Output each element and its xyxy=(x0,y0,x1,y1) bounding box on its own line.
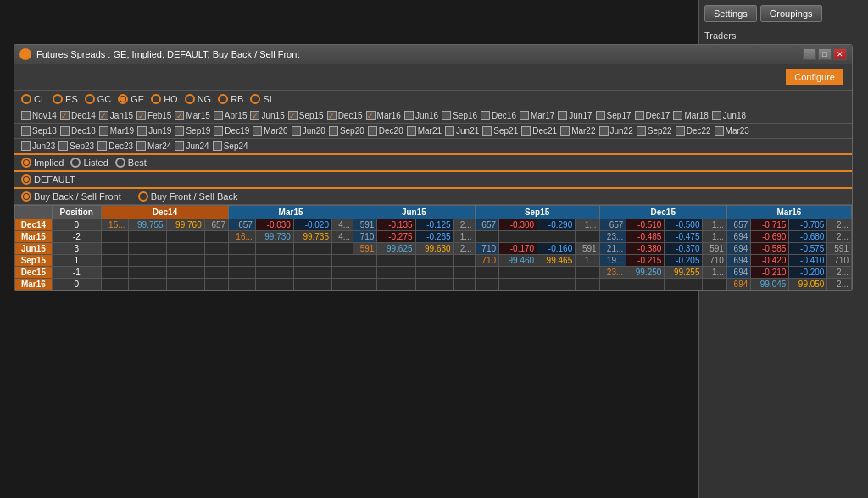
close-button[interactable]: ✕ xyxy=(833,48,847,60)
sep20-checkbox[interactable] xyxy=(329,126,338,136)
sep24-checkbox[interactable] xyxy=(213,141,222,151)
cb-sep20[interactable]: Sep20 xyxy=(329,126,364,136)
sep21-checkbox[interactable] xyxy=(482,126,492,136)
best-radio[interactable] xyxy=(115,158,125,168)
buy-back-radio[interactable] xyxy=(21,191,31,202)
listed-radio[interactable] xyxy=(70,158,81,168)
cb-jun21[interactable]: Jun21 xyxy=(445,126,479,136)
pricing-listed[interactable]: Listed xyxy=(70,158,108,168)
instrument-es[interactable]: ES xyxy=(53,94,78,104)
instrument-rb[interactable]: RB xyxy=(218,94,243,104)
cb-sep17[interactable]: Sep17 xyxy=(596,111,632,120)
default-radio-item[interactable]: DEFAULT xyxy=(21,174,75,185)
dec19-checkbox[interactable] xyxy=(214,126,223,136)
buy-front-radio[interactable] xyxy=(138,191,148,202)
cb-dec14[interactable]: Dec14 xyxy=(60,111,96,120)
implied-radio[interactable] xyxy=(21,158,31,168)
cb-dec19[interactable]: Dec19 xyxy=(214,126,249,136)
sep19-checkbox[interactable] xyxy=(175,126,184,136)
apr15-checkbox[interactable] xyxy=(214,111,223,120)
jun18-checkbox[interactable] xyxy=(712,111,721,120)
nov14-checkbox[interactable] xyxy=(21,111,31,120)
cb-dec18[interactable]: Dec18 xyxy=(60,126,96,136)
cb-mar24[interactable]: Mar24 xyxy=(136,141,171,151)
cb-dec20[interactable]: Dec20 xyxy=(368,126,403,136)
cb-jun20[interactable]: Jun20 xyxy=(292,126,326,136)
dec15-checkbox[interactable] xyxy=(327,111,337,120)
cb-sep15[interactable]: Sep15 xyxy=(288,111,324,120)
cb-dec16[interactable]: Dec16 xyxy=(481,111,516,120)
mar18-checkbox[interactable] xyxy=(673,111,682,120)
mar21-checkbox[interactable] xyxy=(407,126,416,136)
cb-mar21[interactable]: Mar21 xyxy=(407,126,442,136)
mar23-checkbox[interactable] xyxy=(715,126,724,136)
cb-sep24[interactable]: Sep24 xyxy=(213,141,248,151)
cb-jun18[interactable]: Jun18 xyxy=(712,111,746,120)
cb-mar20[interactable]: Mar20 xyxy=(253,126,287,136)
cb-jan15[interactable]: Jan15 xyxy=(99,111,133,120)
cb-apr15[interactable]: Apr15 xyxy=(214,111,248,120)
jun24-checkbox[interactable] xyxy=(175,141,184,151)
cb-dec15[interactable]: Dec15 xyxy=(327,111,363,120)
cb-mar15[interactable]: Mar15 xyxy=(175,111,209,120)
jun19-checkbox[interactable] xyxy=(137,126,147,136)
cb-dec21[interactable]: Dec21 xyxy=(521,126,557,136)
sep18-checkbox[interactable] xyxy=(21,126,31,136)
instrument-ho[interactable]: HO xyxy=(151,94,178,104)
maximize-button[interactable]: □ xyxy=(818,48,832,60)
dec14-checkbox[interactable] xyxy=(60,111,70,120)
ho-radio[interactable] xyxy=(151,94,161,104)
cb-mar17[interactable]: Mar17 xyxy=(520,111,554,120)
jan15-checkbox[interactable] xyxy=(99,111,108,120)
cb-mar22[interactable]: Mar22 xyxy=(560,126,595,136)
dec20-checkbox[interactable] xyxy=(368,126,377,136)
mar22-checkbox[interactable] xyxy=(560,126,570,136)
gc-radio[interactable] xyxy=(85,94,95,104)
settings-button[interactable]: Settings xyxy=(704,5,757,22)
feb15-checkbox[interactable] xyxy=(136,111,146,120)
groupings-button[interactable]: Groupings xyxy=(760,5,822,22)
cb-jun19[interactable]: Jun19 xyxy=(137,126,171,136)
jun16-checkbox[interactable] xyxy=(404,111,414,120)
cb-jun16[interactable]: Jun16 xyxy=(404,111,438,120)
ge-radio[interactable] xyxy=(118,94,128,104)
jun22-checkbox[interactable] xyxy=(599,126,609,136)
cb-sep21[interactable]: Sep21 xyxy=(482,126,518,136)
cl-radio[interactable] xyxy=(21,94,31,104)
dec16-checkbox[interactable] xyxy=(481,111,490,120)
dec22-checkbox[interactable] xyxy=(676,126,685,136)
instrument-gc[interactable]: GC xyxy=(85,94,112,104)
instrument-cl[interactable]: CL xyxy=(21,94,46,104)
dec17-checkbox[interactable] xyxy=(635,111,644,120)
cb-jun24[interactable]: Jun24 xyxy=(175,141,209,151)
cb-sep23[interactable]: Sep23 xyxy=(58,141,94,151)
cb-mar19[interactable]: Mar19 xyxy=(99,126,134,136)
cb-dec22[interactable]: Dec22 xyxy=(676,126,711,136)
es-radio[interactable] xyxy=(53,94,63,104)
cb-nov14[interactable]: Nov14 xyxy=(21,111,57,120)
cb-sep19[interactable]: Sep19 xyxy=(175,126,210,136)
cb-sep22[interactable]: Sep22 xyxy=(637,126,672,136)
cb-mar23[interactable]: Mar23 xyxy=(715,126,749,136)
cb-dec17[interactable]: Dec17 xyxy=(635,111,670,120)
sep15-checkbox[interactable] xyxy=(288,111,298,120)
mar16-checkbox[interactable] xyxy=(366,111,376,120)
pricing-implied[interactable]: Implied xyxy=(21,158,64,168)
buy-front-sell-back[interactable]: Buy Front / Sell Back xyxy=(128,191,238,202)
mar15-checkbox[interactable] xyxy=(175,111,184,120)
instrument-si[interactable]: SI xyxy=(250,94,271,104)
cb-dec23[interactable]: Dec23 xyxy=(97,141,133,151)
cb-feb15[interactable]: Feb15 xyxy=(136,111,171,120)
cb-mar18[interactable]: Mar18 xyxy=(673,111,708,120)
mar19-checkbox[interactable] xyxy=(99,126,108,136)
cb-jun15[interactable]: Jun15 xyxy=(250,111,284,120)
cb-jun17[interactable]: Jun17 xyxy=(558,111,592,120)
dec23-checkbox[interactable] xyxy=(97,141,107,151)
configure-button[interactable]: Configure xyxy=(786,69,843,85)
mar24-checkbox[interactable] xyxy=(136,141,146,151)
mar17-checkbox[interactable] xyxy=(520,111,529,120)
cb-sep18[interactable]: Sep18 xyxy=(21,126,57,136)
pricing-best[interactable]: Best xyxy=(115,158,147,168)
jun17-checkbox[interactable] xyxy=(558,111,567,120)
sep17-checkbox[interactable] xyxy=(596,111,605,120)
